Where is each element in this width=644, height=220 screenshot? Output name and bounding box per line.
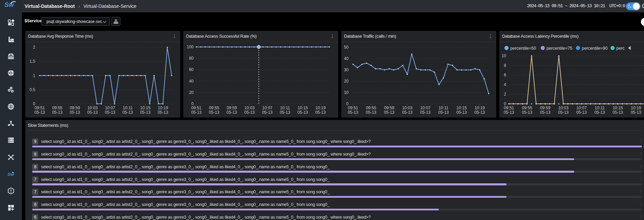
svg-text:09:55: 09:55 <box>52 106 62 110</box>
svg-text:05-13: 05-13 <box>244 110 255 115</box>
svg-text:percentile=75: percentile=75 <box>547 46 572 51</box>
svg-text:05-13: 05-13 <box>576 110 587 115</box>
svg-text:09:51: 09:51 <box>35 106 45 110</box>
svg-text:09:55: 09:55 <box>522 106 532 110</box>
svg-text:05-13: 05-13 <box>122 110 133 115</box>
svg-text:10:11: 10:11 <box>438 106 448 110</box>
svg-text:05-13: 05-13 <box>522 110 533 115</box>
svg-text:05-13: 05-13 <box>631 110 641 115</box>
svg-text:05-13: 05-13 <box>280 110 290 115</box>
svg-text:09:59: 09:59 <box>227 106 237 110</box>
svg-text:05-13: 05-13 <box>438 110 449 115</box>
svg-text:20: 20 <box>344 79 349 84</box>
svg-text:0.5: 0.5 <box>29 87 35 92</box>
svg-text:10: 10 <box>502 53 507 58</box>
svg-text:09:59: 09:59 <box>384 106 394 110</box>
svg-text:2: 2 <box>33 45 35 50</box>
svg-text:10: 10 <box>344 90 349 95</box>
svg-text:30: 30 <box>344 68 349 72</box>
svg-text:percentile=50: percentile=50 <box>510 46 536 51</box>
svg-text:09:59: 09:59 <box>70 106 80 110</box>
svg-text:05-13: 05-13 <box>191 110 202 115</box>
svg-text:05-13: 05-13 <box>158 110 168 115</box>
svg-text:05-13: 05-13 <box>315 110 326 115</box>
svg-text:100: 100 <box>187 45 194 49</box>
svg-text:2: 2 <box>504 92 506 97</box>
svg-text:10:19: 10:19 <box>158 106 168 110</box>
svg-text:05-13: 05-13 <box>474 110 485 115</box>
svg-text:05-13: 05-13 <box>613 110 623 115</box>
svg-text:09:55: 09:55 <box>209 106 219 110</box>
svg-text:05-13: 05-13 <box>558 110 569 115</box>
svg-text:05-13: 05-13 <box>262 110 273 115</box>
svg-text:05-13: 05-13 <box>35 110 45 115</box>
svg-text:4: 4 <box>504 82 506 87</box>
svg-text:05-13: 05-13 <box>348 110 358 115</box>
svg-text:6: 6 <box>504 73 506 77</box>
svg-text:10:03: 10:03 <box>87 106 97 110</box>
svg-text:10:19: 10:19 <box>474 106 485 110</box>
svg-text:05-13: 05-13 <box>402 110 412 115</box>
svg-text:05-13: 05-13 <box>384 110 395 115</box>
svg-text:05-13: 05-13 <box>226 110 237 115</box>
svg-text:10:19: 10:19 <box>631 106 641 110</box>
svg-text:10:03: 10:03 <box>558 106 568 110</box>
svg-text:10:07: 10:07 <box>105 106 115 110</box>
svg-text:09:51: 09:51 <box>348 106 358 110</box>
svg-text:50: 50 <box>344 45 349 50</box>
svg-text:1.5: 1.5 <box>29 59 35 64</box>
svg-text:10:15: 10:15 <box>613 106 623 110</box>
svg-text:10:15: 10:15 <box>140 106 150 110</box>
svg-text:8: 8 <box>504 63 506 68</box>
svg-text:40: 40 <box>189 79 194 84</box>
svg-text:09:51: 09:51 <box>191 106 201 110</box>
svg-text:05-13: 05-13 <box>540 110 551 115</box>
svg-text:10:11: 10:11 <box>595 106 605 110</box>
svg-text:10:07: 10:07 <box>420 106 431 110</box>
svg-text:09:59: 09:59 <box>540 106 550 110</box>
svg-text:40: 40 <box>344 56 349 61</box>
svg-text:10:07: 10:07 <box>576 106 587 110</box>
svg-text:percentile=90: percentile=90 <box>582 46 607 51</box>
svg-text:09:55: 09:55 <box>366 106 376 110</box>
svg-text:05-13: 05-13 <box>52 110 63 115</box>
svg-text:05-13: 05-13 <box>209 110 220 115</box>
svg-text:1: 1 <box>33 73 35 78</box>
svg-text:05-13: 05-13 <box>420 110 431 115</box>
svg-text:05-13: 05-13 <box>456 110 467 115</box>
svg-text:09:51: 09:51 <box>504 106 514 110</box>
svg-text:80: 80 <box>189 56 194 61</box>
svg-text:05-13: 05-13 <box>140 110 150 115</box>
svg-text:perc: perc <box>616 46 625 51</box>
svg-text:10:07: 10:07 <box>262 106 272 110</box>
svg-text:05-13: 05-13 <box>298 110 308 115</box>
svg-text:05-13: 05-13 <box>504 110 514 115</box>
svg-text:10:15: 10:15 <box>298 106 308 110</box>
svg-text:20: 20 <box>189 90 194 95</box>
svg-text:10:03: 10:03 <box>245 106 255 110</box>
svg-text:05-13: 05-13 <box>105 110 116 115</box>
svg-text:05-13: 05-13 <box>366 110 377 115</box>
svg-text:10:15: 10:15 <box>457 106 467 110</box>
svg-text:60: 60 <box>189 67 194 72</box>
svg-text:10:03: 10:03 <box>402 106 412 110</box>
svg-text:10:11: 10:11 <box>123 106 133 110</box>
svg-text:10:19: 10:19 <box>315 106 326 110</box>
svg-text:05-13: 05-13 <box>87 110 98 115</box>
svg-text:05-13: 05-13 <box>70 110 80 115</box>
svg-text:05-13: 05-13 <box>594 110 605 115</box>
svg-text:10:11: 10:11 <box>280 106 290 110</box>
